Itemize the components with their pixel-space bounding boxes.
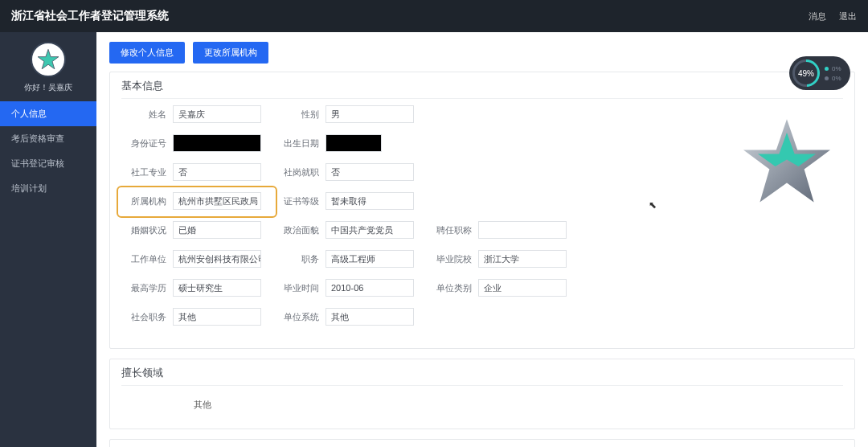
content: 修改个人信息 更改所属机构 基本信息 姓名吴嘉庆 性别男 身份证号 出生日期 社… [96, 32, 868, 447]
id-label: 身份证号 [121, 137, 166, 150]
edit-info-button[interactable]: 修改个人信息 [109, 42, 185, 64]
messages-link[interactable]: 消息 [809, 10, 826, 23]
job-field[interactable]: 高级工程师 [326, 250, 414, 268]
company-label: 工作单位 [121, 253, 166, 265]
edu-label: 最高学历 [121, 282, 166, 294]
app-title: 浙江省社会工作者登记管理系统 [11, 9, 169, 23]
id-field[interactable] [173, 134, 261, 152]
polit-label: 政治面貌 [274, 224, 319, 236]
nav-cert-review[interactable]: 证书登记审核 [0, 151, 96, 176]
name-label: 姓名 [121, 109, 166, 121]
action-bar: 修改个人信息 更改所属机构 [109, 42, 855, 64]
progress-legend: 0% 0% [820, 65, 847, 82]
dot-icon [825, 76, 829, 80]
basic-info-title: 基本信息 [121, 79, 843, 99]
marital-field[interactable]: 已婚 [173, 221, 261, 239]
name-field[interactable]: 吴嘉庆 [173, 105, 261, 123]
unitsys-field[interactable]: 其他 [326, 308, 414, 326]
nav-training-plan[interactable]: 培训计划 [0, 176, 96, 201]
org-label: 所属机构 [121, 195, 166, 207]
polit-field[interactable]: 中国共产党党员 [326, 221, 414, 239]
greeting: 你好！吴嘉庆 [24, 82, 72, 93]
job-label: 职务 [274, 253, 319, 265]
progress-widget[interactable]: 49% 0% 0% [789, 56, 850, 90]
dot-icon [825, 67, 829, 71]
svg-marker-0 [38, 49, 59, 68]
avatar [31, 42, 66, 77]
org-field[interactable]: 杭州市拱墅区民政局 [173, 192, 261, 210]
basic-info-panel: 基本信息 姓名吴嘉庆 性别男 身份证号 出生日期 社工专业否 社岗就职否 [109, 72, 855, 349]
progress-percent: 49% [798, 69, 814, 78]
nav-exam-review[interactable]: 考后资格审查 [0, 126, 96, 151]
title-label: 聘任职称 [427, 224, 472, 236]
post-label: 社岗就职 [274, 166, 319, 178]
star-logo-icon [739, 113, 835, 210]
soc-field[interactable]: 其他 [173, 308, 261, 326]
progress-circle-icon: 49% [792, 59, 820, 87]
school-label: 毕业院校 [427, 253, 472, 265]
major-label: 社工专业 [121, 166, 166, 178]
change-org-button[interactable]: 更改所属机构 [193, 42, 268, 64]
gradtime-label: 毕业时间 [274, 282, 319, 294]
major-field[interactable]: 否 [173, 163, 261, 181]
star-icon [37, 48, 59, 71]
gender-field[interactable]: 男 [326, 105, 414, 123]
post-field[interactable]: 否 [326, 163, 414, 181]
soc-label: 社会职务 [121, 311, 166, 323]
nav-personal-info[interactable]: 个人信息 [0, 101, 96, 126]
school-field[interactable]: 浙江大学 [478, 250, 567, 268]
sidebar: 你好！吴嘉庆 个人信息 考后资格审查 证书登记审核 培训计划 [0, 32, 96, 447]
skill-panel: 擅长领域 其他 [109, 359, 855, 429]
unitsys-label: 单位系统 [274, 311, 319, 323]
svg-marker-1 [743, 119, 830, 202]
skill-title: 擅长领域 [121, 366, 843, 386]
topbar-right: 消息 退出 [809, 10, 857, 23]
birth-field[interactable] [326, 134, 382, 152]
logout-link[interactable]: 退出 [839, 10, 857, 23]
nav: 个人信息 考后资格审查 证书登记审核 培训计划 [0, 101, 96, 201]
orgtype-label: 单位类别 [427, 282, 472, 294]
edu-field[interactable]: 硕士研究生 [173, 279, 261, 297]
gender-label: 性别 [274, 109, 319, 121]
birth-label: 出生日期 [274, 137, 319, 150]
cert-field[interactable]: 暂未取得 [326, 192, 414, 210]
title-field[interactable] [478, 221, 567, 239]
marital-label: 婚姻状况 [121, 224, 166, 236]
gradtime-field[interactable]: 2010-06 [326, 279, 414, 297]
cert-label: 证书等级 [274, 195, 319, 207]
top-bar: 浙江省社会工作者登记管理系统 消息 退出 [0, 0, 868, 32]
orgtype-field[interactable]: 企业 [478, 279, 567, 297]
photo-box [731, 105, 843, 218]
resume-panel: 个人履历 工作单位 经历描述 开始年月 结束年月 暂无个人履历信息 [109, 439, 855, 447]
company-field[interactable]: 杭州安创科技有限公司 [173, 250, 261, 268]
skill-value: 其他 [121, 392, 843, 417]
